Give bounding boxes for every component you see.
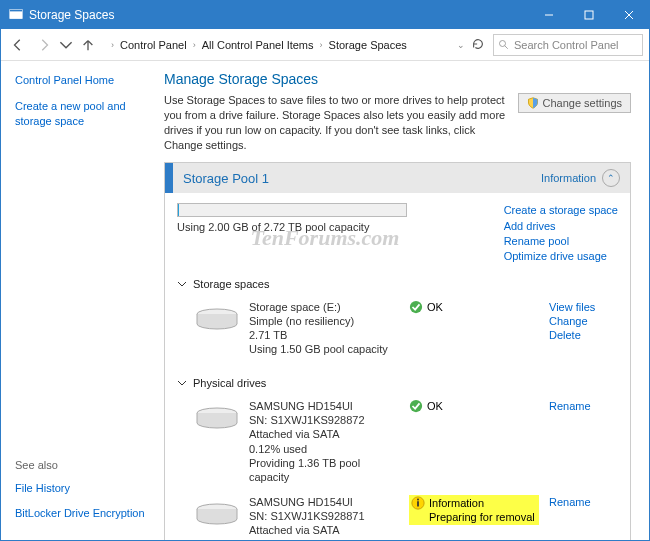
svg-rect-1 bbox=[10, 10, 22, 12]
pool-info-link[interactable]: Information bbox=[541, 172, 596, 184]
svg-rect-15 bbox=[417, 498, 419, 500]
status-text: OK bbox=[427, 300, 443, 314]
ok-icon bbox=[409, 300, 423, 314]
svg-line-7 bbox=[505, 45, 508, 48]
drive-model: SAMSUNG HD154UI bbox=[249, 495, 399, 509]
page-heading: Manage Storage Spaces bbox=[164, 71, 631, 87]
breadcrumb[interactable]: Storage Spaces bbox=[329, 39, 407, 51]
add-drives-link[interactable]: Add drives bbox=[504, 219, 618, 233]
svg-rect-3 bbox=[585, 11, 593, 19]
pool-actions: Create a storage space Add drives Rename… bbox=[504, 203, 618, 263]
maximize-button[interactable] bbox=[569, 1, 609, 29]
ok-icon bbox=[409, 399, 423, 413]
pool-usage-text: Using 2.00 GB of 2.72 TB pool capacity bbox=[177, 221, 484, 233]
section-label: Storage spaces bbox=[193, 278, 269, 290]
up-button[interactable] bbox=[77, 34, 99, 56]
navbar: › Control Panel › All Control Panel Item… bbox=[1, 29, 649, 61]
chevron-right-icon: › bbox=[316, 40, 327, 50]
sidebar-bitlocker-link[interactable]: BitLocker Drive Encryption bbox=[15, 506, 148, 520]
search-input[interactable]: Search Control Panel bbox=[493, 34, 643, 56]
see-also-label: See also bbox=[15, 459, 148, 471]
create-space-link[interactable]: Create a storage space bbox=[504, 203, 618, 217]
forward-button[interactable] bbox=[33, 34, 55, 56]
search-placeholder: Search Control Panel bbox=[514, 39, 619, 51]
shield-icon bbox=[527, 97, 539, 109]
physical-drives-section[interactable]: Physical drives bbox=[177, 377, 618, 389]
status-title: Information bbox=[429, 496, 535, 510]
svg-rect-14 bbox=[417, 501, 419, 506]
pool-name: Storage Pool 1 bbox=[183, 171, 541, 186]
physical-drive-item: SAMSUNG HD154UI SN: S1XWJ1KS928871 Attac… bbox=[177, 491, 618, 540]
breadcrumb[interactable]: Control Panel bbox=[120, 39, 187, 51]
storage-spaces-section[interactable]: Storage spaces bbox=[177, 278, 618, 290]
drive-serial: SN: S1XWJ1KS928872 bbox=[249, 413, 399, 427]
svg-point-6 bbox=[500, 40, 506, 46]
section-label: Physical drives bbox=[193, 377, 266, 389]
collapse-icon[interactable]: ⌃ bbox=[602, 169, 620, 187]
window-title: Storage Spaces bbox=[23, 8, 529, 22]
physical-drive-item: SAMSUNG HD154UI SN: S1XWJ1KS928872 Attac… bbox=[177, 395, 618, 491]
breadcrumb[interactable]: All Control Panel Items bbox=[202, 39, 314, 51]
rename-link[interactable]: Rename bbox=[549, 399, 591, 413]
sidebar-home-link[interactable]: Control Panel Home bbox=[15, 73, 148, 87]
svg-point-11 bbox=[410, 400, 422, 412]
drive-icon bbox=[195, 407, 239, 431]
rename-link[interactable]: Rename bbox=[549, 495, 591, 509]
pool-header[interactable]: Storage Pool 1 Information ⌃ bbox=[165, 163, 630, 193]
main-content: Manage Storage Spaces Use Storage Spaces… bbox=[156, 61, 649, 540]
rename-pool-link[interactable]: Rename pool bbox=[504, 234, 618, 248]
pool-usage-bar bbox=[177, 203, 407, 217]
search-icon bbox=[498, 39, 510, 51]
minimize-button[interactable] bbox=[529, 1, 569, 29]
sidebar-file-history-link[interactable]: File History bbox=[15, 481, 148, 495]
page-description: Use Storage Spaces to save files to two … bbox=[164, 93, 510, 152]
change-settings-label: Change settings bbox=[543, 97, 623, 109]
change-link[interactable]: Change bbox=[549, 314, 595, 328]
delete-link[interactable]: Delete bbox=[549, 328, 595, 342]
drive-used: 0.09% used bbox=[249, 537, 399, 540]
svg-point-9 bbox=[410, 300, 422, 312]
chevron-down-icon bbox=[177, 279, 187, 289]
address-bar[interactable]: › Control Panel › All Control Panel Item… bbox=[103, 39, 453, 51]
status-text: OK bbox=[427, 399, 443, 413]
status-highlight: Information Preparing for removal bbox=[409, 495, 539, 526]
chevron-down-icon bbox=[177, 378, 187, 388]
drive-serial: SN: S1XWJ1KS928871 bbox=[249, 509, 399, 523]
pool-panel: Storage Pool 1 Information ⌃ Using 2.00 … bbox=[164, 162, 631, 540]
recent-dropdown[interactable] bbox=[59, 34, 73, 56]
close-button[interactable] bbox=[609, 1, 649, 29]
titlebar: Storage Spaces bbox=[1, 1, 649, 29]
drive-icon bbox=[195, 308, 239, 332]
dropdown-icon[interactable]: ⌄ bbox=[457, 40, 465, 50]
back-button[interactable] bbox=[7, 34, 29, 56]
drive-attach: Attached via SATA bbox=[249, 427, 399, 441]
storage-space-item: Storage space (E:) Simple (no resiliency… bbox=[177, 296, 618, 363]
change-settings-button[interactable]: Change settings bbox=[518, 93, 632, 113]
window-icon bbox=[9, 7, 23, 23]
drive-providing: Providing 1.36 TB pool capacity bbox=[249, 456, 399, 485]
drive-icon bbox=[195, 503, 239, 527]
drive-attach: Attached via SATA bbox=[249, 523, 399, 537]
space-name: Storage space (E:) bbox=[249, 300, 399, 314]
sidebar: Control Panel Home Create a new pool and… bbox=[1, 61, 156, 540]
refresh-button[interactable] bbox=[471, 37, 485, 53]
space-size: 2.71 TB bbox=[249, 328, 399, 342]
info-icon bbox=[411, 496, 425, 510]
chevron-right-icon: › bbox=[189, 40, 200, 50]
status-detail: Preparing for removal bbox=[429, 510, 535, 524]
view-files-link[interactable]: View files bbox=[549, 300, 595, 314]
space-resiliency: Simple (no resiliency) bbox=[249, 314, 399, 328]
drive-model: SAMSUNG HD154UI bbox=[249, 399, 399, 413]
chevron-right-icon: › bbox=[107, 40, 118, 50]
drive-used: 0.12% used bbox=[249, 442, 399, 456]
space-usage: Using 1.50 GB pool capacity bbox=[249, 342, 399, 356]
sidebar-create-pool-link[interactable]: Create a new pool and storage space bbox=[15, 99, 148, 128]
optimize-link[interactable]: Optimize drive usage bbox=[504, 249, 618, 263]
